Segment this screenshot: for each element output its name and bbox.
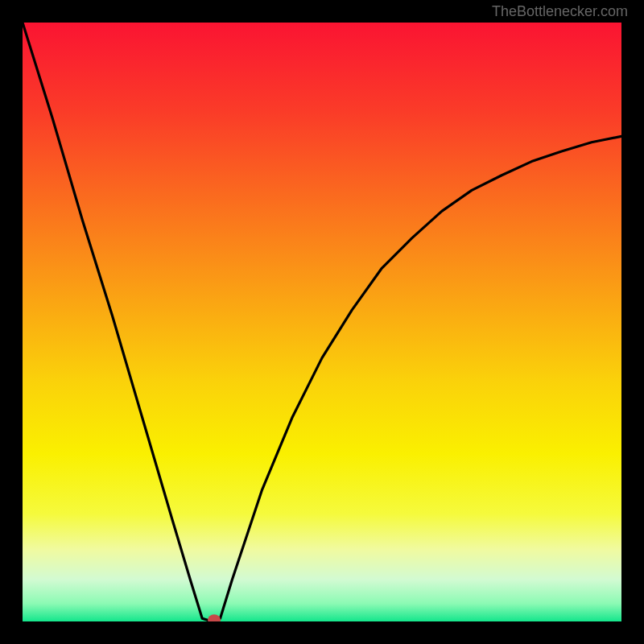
chart-area (23, 23, 621, 621)
gradient-background (23, 23, 621, 621)
watermark-text: TheBottlenecker.com (492, 3, 628, 20)
chart-svg (23, 23, 621, 621)
chart-frame (23, 23, 621, 621)
